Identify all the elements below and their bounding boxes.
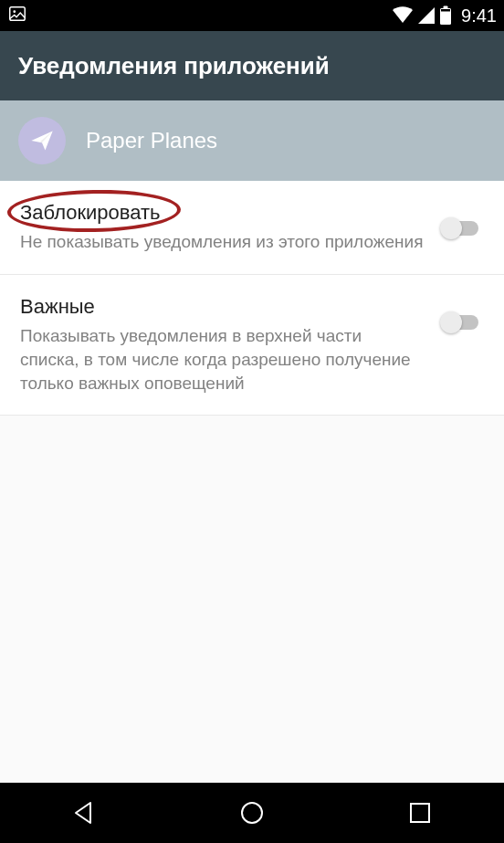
- wifi-icon: [392, 6, 414, 25]
- svg-rect-3: [444, 6, 448, 9]
- image-icon: [7, 4, 27, 28]
- setting-title: Важные: [20, 295, 424, 319]
- toggle-priority[interactable]: [440, 310, 486, 335]
- app-header: Paper Planes: [0, 100, 504, 181]
- status-bar: 9:41: [0, 0, 504, 31]
- app-name-label: Paper Planes: [86, 128, 217, 153]
- svg-rect-0: [10, 6, 26, 20]
- setting-desc: Показывать уведомления в верхней части с…: [20, 324, 424, 395]
- svg-point-1: [13, 10, 16, 13]
- setting-priority-notifications[interactable]: Важные Показывать уведомления в верхней …: [0, 275, 504, 416]
- svg-point-5: [242, 803, 262, 823]
- nav-back-button[interactable]: [43, 790, 125, 836]
- settings-list: Заблокировать Не показывать уведомления …: [0, 181, 504, 416]
- setting-block-notifications[interactable]: Заблокировать Не показывать уведомления …: [0, 181, 504, 275]
- nav-home-button[interactable]: [211, 790, 293, 836]
- battery-icon: [439, 5, 452, 26]
- setting-desc: Не показывать уведомления из этого прило…: [20, 230, 424, 254]
- setting-title: Заблокировать: [20, 201, 161, 224]
- svg-rect-4: [441, 9, 450, 12]
- title-bar: Уведомления приложений: [0, 31, 504, 100]
- app-icon: [18, 117, 66, 164]
- navigation-bar: [0, 783, 504, 843]
- page-title: Уведомления приложений: [18, 52, 330, 80]
- svg-rect-6: [411, 804, 429, 822]
- nav-recent-button[interactable]: [379, 790, 461, 836]
- clock: 9:41: [461, 5, 497, 26]
- toggle-block[interactable]: [440, 216, 486, 241]
- cellular-icon: [417, 6, 436, 25]
